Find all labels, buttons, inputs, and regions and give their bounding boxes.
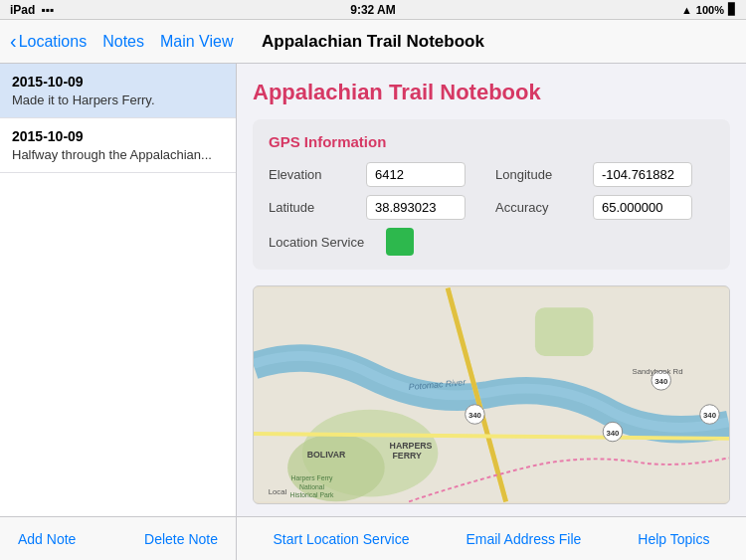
- start-location-button[interactable]: Start Location Service: [267, 527, 415, 551]
- sidebar-item-1[interactable]: 2015-10-09 Halfway through the Appalachi…: [0, 118, 236, 173]
- svg-text:Historical Park: Historical Park: [290, 491, 335, 498]
- gps-section-title: GPS Information: [269, 133, 714, 150]
- wifi-icon: ▪▪▪: [41, 3, 54, 17]
- accuracy-row: Accuracy 65.000000: [495, 195, 714, 220]
- bottom-left-toolbar: Add Note Delete Note: [0, 517, 237, 560]
- svg-text:BOLIVAR: BOLIVAR: [307, 450, 346, 460]
- svg-text:HARPERS: HARPERS: [390, 441, 433, 451]
- notes-nav-button[interactable]: Notes: [102, 33, 144, 51]
- delete-note-button[interactable]: Delete Note: [138, 527, 224, 551]
- longitude-row: Longitude -104.761882: [495, 162, 714, 187]
- status-bar: iPad ▪▪▪ 9:32 AM ▲ 100% ▊: [0, 0, 746, 20]
- detail-title: Appalachian Trail Notebook: [253, 80, 730, 105]
- svg-text:Local: Local: [269, 487, 287, 496]
- back-label[interactable]: Locations: [19, 33, 88, 51]
- carrier-label: iPad: [10, 3, 35, 17]
- accuracy-value: 65.000000: [593, 195, 692, 220]
- elevation-row: Elevation 6412: [269, 162, 487, 187]
- svg-text:Harpers Ferry: Harpers Ferry: [291, 474, 334, 482]
- bottom-toolbar: Add Note Delete Note Start Location Serv…: [0, 516, 746, 560]
- svg-text:340: 340: [468, 411, 482, 420]
- status-time: 9:32 AM: [350, 3, 396, 17]
- add-note-button[interactable]: Add Note: [12, 527, 82, 551]
- map-container[interactable]: Potomac River 340 340 340 340 Sandyhook …: [253, 285, 730, 504]
- gps-grid: Elevation 6412 Longitude -104.761882 Lat…: [269, 162, 714, 220]
- map-svg: Potomac River 340 340 340 340 Sandyhook …: [254, 286, 729, 503]
- svg-text:340: 340: [654, 377, 668, 386]
- detail-view: Appalachian Trail Notebook GPS Informati…: [237, 64, 746, 516]
- sidebar-item-date-0: 2015-10-09: [12, 74, 224, 90]
- svg-text:FERRY: FERRY: [392, 451, 422, 461]
- svg-text:National: National: [299, 483, 324, 490]
- sidebar: 2015-10-09 Made it to Harpers Ferry. 201…: [0, 64, 237, 516]
- main-layout: 2015-10-09 Made it to Harpers Ferry. 201…: [0, 64, 746, 516]
- svg-rect-3: [535, 307, 594, 356]
- longitude-value: -104.761882: [593, 162, 692, 187]
- email-address-button[interactable]: Email Address File: [460, 527, 587, 551]
- main-view-nav-button[interactable]: Main View: [160, 33, 234, 51]
- sidebar-item-desc-1: Halfway through the Appalachian...: [12, 147, 224, 162]
- longitude-label: Longitude: [495, 167, 585, 182]
- location-service-indicator: [386, 228, 414, 256]
- battery-icon: ▊: [728, 3, 736, 16]
- location-service-row: Location Service: [269, 228, 714, 256]
- svg-text:340: 340: [606, 429, 620, 438]
- sidebar-item-0[interactable]: 2015-10-09 Made it to Harpers Ferry.: [0, 64, 236, 118]
- sidebar-item-date-1: 2015-10-09: [12, 128, 224, 144]
- battery-label: 100%: [696, 4, 724, 16]
- latitude-label: Latitude: [269, 200, 358, 215]
- nav-bar: ‹ Locations Notes Main View Appalachian …: [0, 20, 746, 64]
- back-arrow-icon: ‹: [10, 30, 17, 53]
- svg-text:Sandyhook Rd: Sandyhook Rd: [632, 367, 682, 376]
- nav-title: Appalachian Trail Notebook: [262, 32, 484, 52]
- latitude-value: 38.893023: [366, 195, 466, 220]
- bottom-right-toolbar: Start Location Service Email Address Fil…: [237, 527, 746, 551]
- back-button[interactable]: ‹ Locations: [10, 30, 87, 53]
- gps-card: GPS Information Elevation 6412 Longitude…: [253, 119, 730, 270]
- latitude-row: Latitude 38.893023: [269, 195, 487, 220]
- location-icon: ▲: [681, 4, 692, 16]
- location-service-label: Location Service: [269, 235, 378, 250]
- accuracy-label: Accuracy: [495, 200, 585, 215]
- help-topics-button[interactable]: Help Topics: [632, 527, 715, 551]
- elevation-value: 6412: [366, 162, 466, 187]
- svg-text:340: 340: [703, 411, 717, 420]
- elevation-label: Elevation: [269, 167, 358, 182]
- sidebar-item-desc-0: Made it to Harpers Ferry.: [12, 93, 224, 107]
